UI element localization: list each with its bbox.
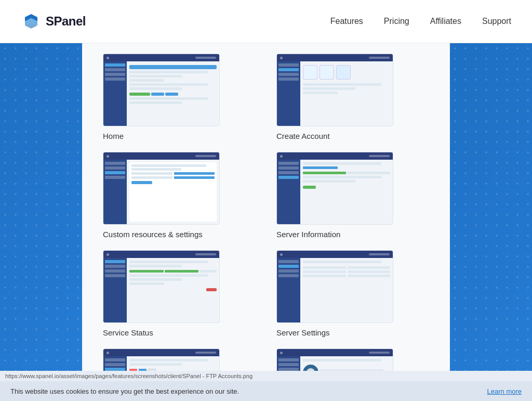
screenshot-custom-resources[interactable]: Custom resources & settings [103,152,256,240]
screenshot-service-status[interactable]: Service Status [103,250,256,338]
thumb-server-information [276,152,393,225]
label-server-settings: Server Settings [276,327,429,338]
page-body: Home [0,43,532,401]
cookie-bar: This website uses cookies to ensure you … [0,381,532,401]
screenshot-server-settings[interactable]: Server Settings [276,250,429,338]
thumb-custom-resources [103,152,220,225]
label-service-status: Service Status [103,327,256,338]
screenshot-server-information[interactable]: Server Information [276,152,429,240]
nav-affiliates[interactable]: Affiliates [430,17,461,26]
main-nav: Features Pricing Affiliates Support [330,17,511,26]
thumb-server-settings [276,250,393,323]
thumb-service-status [103,250,220,323]
logo-text: SPanel [46,14,86,29]
main-content: Home [82,43,450,401]
right-decoration [450,43,532,401]
logo[interactable]: SPanel [21,11,86,32]
left-decoration [0,43,82,401]
nav-pricing[interactable]: Pricing [384,17,409,26]
label-create-account: Create Account [276,131,429,141]
header: SPanel Features Pricing Affiliates Suppo… [0,0,532,43]
spanel-logo-icon [21,11,42,32]
thumb-home [103,54,220,126]
cookie-text: This website uses cookies to ensure you … [10,387,487,395]
label-custom-resources: Custom resources & settings [103,229,256,240]
nav-features[interactable]: Features [330,17,363,26]
screenshots-grid: Home [103,54,429,401]
thumb-create-account [276,54,393,126]
nav-support[interactable]: Support [482,17,511,26]
learn-more-link[interactable]: Learn more [487,387,522,395]
screenshot-create-account[interactable]: Create Account [276,54,429,141]
screenshot-home[interactable]: Home [103,54,256,141]
label-home: Home [103,131,256,141]
status-bar: https://www.spanel.io/asset/images/pages… [0,371,532,381]
status-url: https://www.spanel.io/asset/images/pages… [5,373,252,379]
label-server-information: Server Information [276,229,429,240]
